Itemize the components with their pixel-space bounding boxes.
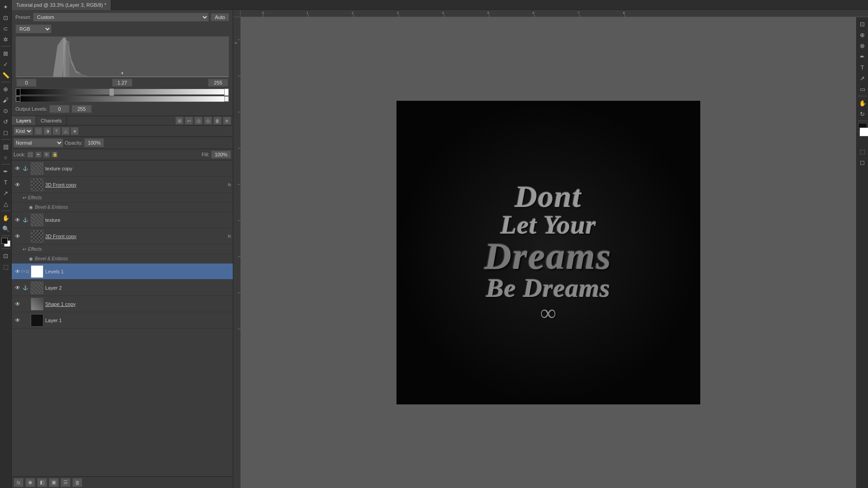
right-tool-7[interactable]: ▭ [858,84,868,94]
layers-panel-menu-btn[interactable]: ≡ [223,117,231,125]
layer-visibility-3d-2[interactable]: 👁 [14,232,22,240]
tool-shape[interactable]: △ [1,199,11,209]
input-level-mid[interactable] [112,79,132,87]
layer-effects-3d-1[interactable]: ↩ Effects [12,193,233,203]
tool-select-rect[interactable]: ⊡ [1,13,11,23]
right-tool-rotate[interactable]: ↻ [858,109,868,119]
layer-3d-front-copy-1[interactable]: 👁 3D Front copy fx [12,177,233,193]
tool-dodge[interactable]: ○ [1,152,11,162]
filter-text-icon[interactable]: T [52,127,61,135]
canvas-image: Dont Let Your Dreams Be Dreams ∞ [396,101,700,404]
tool-path-select[interactable]: ↗ [1,188,11,198]
tool-brush[interactable]: 🖌 [1,95,11,105]
right-tool-1[interactable]: ⊡ [858,19,868,29]
right-tool-5[interactable]: T [858,62,868,72]
layer-fx-btn[interactable]: fx [14,478,24,487]
opacity-input[interactable] [84,138,104,147]
layer-texture[interactable]: 👁 ⚓ texture [12,212,233,228]
layers-panel-delete-btn[interactable]: 🗑 [213,117,222,125]
output-max-slider[interactable] [224,96,229,102]
tool-crop[interactable]: ⊠ [1,48,11,58]
tab-layers[interactable]: Layers [12,116,36,125]
layer-shape-1-copy[interactable]: 👁 Shape 1 copy [12,296,233,312]
filter-pixel-icon[interactable]: ⬚ [34,127,42,135]
layer-3d-front-copy-2[interactable]: 👁 3D Front copy fx [12,228,233,244]
layer-bevel-3d-2[interactable]: ◉ Bevel & Emboss [12,254,233,263]
input-level-min[interactable] [16,79,37,87]
layer-effects-3d-2[interactable]: ↩ Effects [12,244,233,254]
layer-levels-1[interactable]: 👁 f ⌗ ⊡ Levels 1 [12,263,233,280]
right-tool-2[interactable]: ⊕ [858,30,868,40]
lock-all-btn[interactable]: 🔒 [52,151,58,158]
right-tool-mask[interactable]: ⬚ [858,146,868,156]
black-point-slider[interactable] [16,89,20,96]
right-tool-4[interactable]: ✒ [858,52,868,61]
tool-text[interactable]: T [1,177,11,187]
tool-move[interactable]: ✦ [1,2,11,12]
lock-move-btn[interactable]: ✛ [43,151,50,158]
layer-visibility-layer-1[interactable]: 👁 [14,316,22,324]
layer-2[interactable]: 👁 ⚓ Layer 2 [12,280,233,296]
tool-color-swatch[interactable] [1,238,10,247]
layers-panel-mask-btn[interactable]: ⊙ [204,117,212,125]
white-point-slider[interactable] [224,89,229,96]
tool-gradient[interactable]: ▨ [1,141,11,151]
right-tool-3[interactable]: ⊗ [858,41,868,51]
foreground-color[interactable] [1,238,8,244]
tool-lasso[interactable]: ⊂ [1,23,11,33]
filter-kind-select[interactable]: Kind [14,127,33,135]
layer-visibility-shape-1-copy[interactable]: 👁 [14,300,22,308]
layer-new-btn[interactable]: ☰ [61,478,71,487]
output-max-input[interactable] [71,105,92,113]
layer-visibility-layer-2[interactable]: 👁 [14,284,22,292]
preset-select[interactable]: Custom [33,13,209,22]
layer-group-btn[interactable]: ▣ [49,478,59,487]
layer-1[interactable]: 👁 Layer 1 [12,312,233,328]
layer-bevel-3d-1[interactable]: ◉ Bevel & Emboss [12,203,233,212]
layer-adj-btn[interactable]: ◧ [37,478,47,487]
tool-eyedropper[interactable]: ✓ [1,59,11,69]
filter-smart-icon[interactable]: ◈ [71,127,79,135]
right-bg-color[interactable] [859,127,868,136]
tool-magic-wand[interactable]: ✲ [1,34,11,44]
filter-shape-icon[interactable]: △ [61,127,70,135]
tool-history-brush[interactable]: ↺ [1,117,11,127]
mid-point-slider[interactable] [109,89,114,96]
tool-eraser[interactable]: ◻ [1,127,11,137]
layer-mask-btn[interactable]: ◉ [25,478,35,487]
layer-texture-copy[interactable]: 👁 ⚓ texture copy [12,160,233,177]
output-min-input[interactable] [49,105,70,113]
filter-adjust-icon[interactable]: ◑ [43,127,52,135]
layer-delete-btn[interactable]: 🗑 [72,478,82,487]
output-min-slider[interactable] [16,96,20,102]
tab-channels[interactable]: Channels [36,116,66,125]
layer-visibility-texture[interactable]: 👁 [14,216,22,224]
tool-clone[interactable]: ⊙ [1,106,11,116]
right-tool-6[interactable]: ↗ [858,73,868,83]
layer-visibility-3d-1[interactable]: 👁 [14,181,22,189]
lock-pixels-btn[interactable]: ⬚ [27,151,33,158]
tool-quick-mask[interactable]: ⊡ [1,251,11,261]
tool-hand[interactable]: ✋ [1,213,11,223]
right-tool-hand[interactable]: ✋ [858,98,868,108]
layers-panel-link-btn[interactable]: ⊞ [175,117,184,125]
right-tool-screen[interactable]: ◻ [858,157,868,167]
layer-visibility-levels-1[interactable]: 👁 [14,267,22,276]
tool-heal[interactable]: ⊕ [1,84,11,94]
layers-panel-new-btn[interactable]: ↩ [185,117,193,125]
levels-mask-icon: ⊡ [26,269,29,274]
document-tab[interactable]: Tutorial.psd @ 33.3% (Layer 3, RGB/8) * [12,0,111,10]
layers-panel-history-btn[interactable]: ◷ [194,117,203,125]
tool-screen-mode[interactable]: ⬚ [1,262,11,272]
lock-paint-btn[interactable]: ✒ [35,151,42,158]
fill-input[interactable] [211,150,231,159]
canvas-area[interactable]: Dont Let Your Dreams Be Dreams ∞ [241,17,856,488]
channel-select[interactable]: RGB [15,24,52,33]
blend-mode-select[interactable]: Normal [14,138,63,147]
tool-zoom[interactable]: 🔍 [1,224,11,234]
layer-visibility-texture-copy[interactable]: 👁 [14,164,22,173]
input-level-max[interactable] [208,79,228,87]
tool-pen[interactable]: ✒ [1,166,11,176]
auto-button[interactable]: Auto [211,13,229,21]
tool-ruler[interactable]: 📏 [1,70,11,80]
